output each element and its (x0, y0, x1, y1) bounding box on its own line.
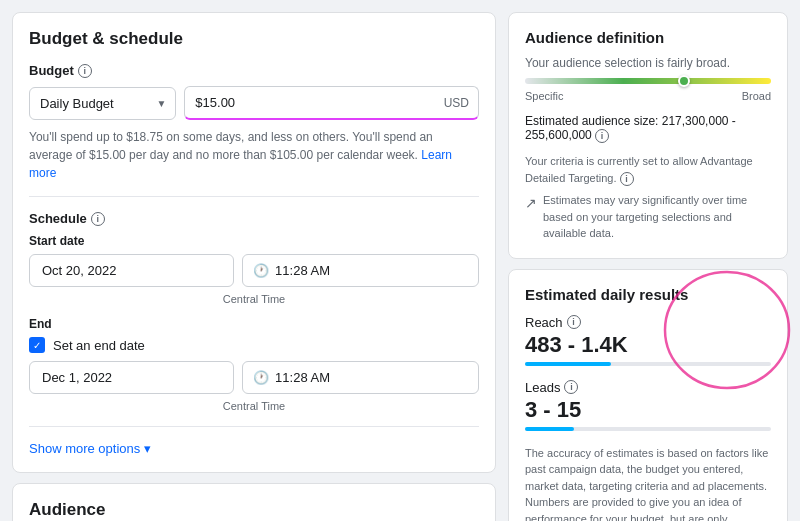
budget-info-icon[interactable]: i (78, 64, 92, 78)
broad-text: Your audience selection is fairly broad. (525, 56, 771, 70)
clock-icon: 🕐 (253, 263, 269, 278)
end-date-picker[interactable]: Dec 1, 2022 (29, 361, 234, 394)
advantage-text: Your criteria is currently set to allow … (525, 153, 771, 186)
chevron-down-icon: ▾ (144, 441, 151, 456)
leads-info-icon[interactable]: i (564, 380, 578, 394)
budget-type-select[interactable]: Daily Budget (29, 87, 176, 120)
audience-size: Estimated audience size: 217,300,000 - 2… (525, 114, 771, 143)
audience-card: Audience Define who you want to see your… (12, 483, 496, 521)
show-more-options-link[interactable]: Show more options ▾ (29, 441, 479, 456)
daily-results-title: Estimated daily results (525, 286, 771, 303)
end-date-checkbox[interactable]: ✓ (29, 337, 45, 353)
end-date-checkbox-label: Set an end date (53, 338, 145, 353)
budget-row: Daily Budget ▼ USD (29, 86, 479, 120)
spectrum-marker (678, 75, 690, 87)
budget-currency-label: USD (444, 96, 469, 110)
advantage-info-icon[interactable]: i (620, 172, 634, 186)
reach-bar-background (525, 362, 771, 366)
budget-amount-input[interactable] (184, 86, 479, 120)
end-timezone: Central Time (29, 400, 479, 412)
leads-result-item: Leads i 3 - 15 (525, 380, 771, 431)
leads-bar-background (525, 427, 771, 431)
leads-label: Leads i (525, 380, 771, 395)
budget-amount-wrap: USD (184, 86, 479, 120)
spectrum-labels: Specific Broad (525, 90, 771, 102)
daily-results-card: Estimated daily results Reach i 483 - 1.… (508, 269, 788, 521)
section-title: Budget & schedule (29, 29, 479, 49)
specific-label: Specific (525, 90, 564, 102)
estimate-vary-icon: ↗ (525, 193, 537, 242)
audience-spectrum-bar (525, 78, 771, 84)
reach-bar-fill (525, 362, 611, 366)
audience-def-title: Audience definition (525, 29, 771, 46)
budget-type-select-wrap: Daily Budget ▼ (29, 87, 176, 120)
schedule-label: Schedule i (29, 211, 479, 226)
reach-label: Reach i (525, 315, 771, 330)
leads-value: 3 - 15 (525, 397, 771, 423)
leads-bar-fill (525, 427, 574, 431)
budget-label: Budget i (29, 63, 479, 78)
end-label: End (29, 317, 479, 331)
start-date-row: Oct 20, 2022 🕐 11:28 AM (29, 254, 479, 287)
schedule-info-icon[interactable]: i (91, 212, 105, 226)
audience-title: Audience (29, 500, 479, 520)
end-section: End ✓ Set an end date Dec 1, 2022 🕐 11:2… (29, 317, 479, 412)
estimate-note: ↗ Estimates may vary significantly over … (525, 192, 771, 242)
reach-value: 483 - 1.4K (525, 332, 771, 358)
audience-size-info-icon[interactable]: i (595, 129, 609, 143)
start-time-picker[interactable]: 🕐 11:28 AM (242, 254, 479, 287)
reach-info-icon[interactable]: i (567, 315, 581, 329)
reach-result-item: Reach i 483 - 1.4K (525, 315, 771, 366)
start-date-label: Start date (29, 234, 479, 248)
schedule-section: Schedule i Start date Oct 20, 2022 🕐 11:… (29, 211, 479, 412)
end-date-row: Dec 1, 2022 🕐 11:28 AM (29, 361, 479, 394)
end-time-picker[interactable]: 🕐 11:28 AM (242, 361, 479, 394)
start-timezone: Central Time (29, 293, 479, 305)
broad-label: Broad (742, 90, 771, 102)
accuracy-note: The accuracy of estimates is based on fa… (525, 445, 771, 521)
budget-hint: You'll spend up to $18.75 on some days, … (29, 128, 479, 182)
end-date-checkbox-row: ✓ Set an end date (29, 337, 479, 353)
audience-definition-card: Audience definition Your audience select… (508, 12, 788, 259)
clock-icon-end: 🕐 (253, 370, 269, 385)
start-date-picker[interactable]: Oct 20, 2022 (29, 254, 234, 287)
